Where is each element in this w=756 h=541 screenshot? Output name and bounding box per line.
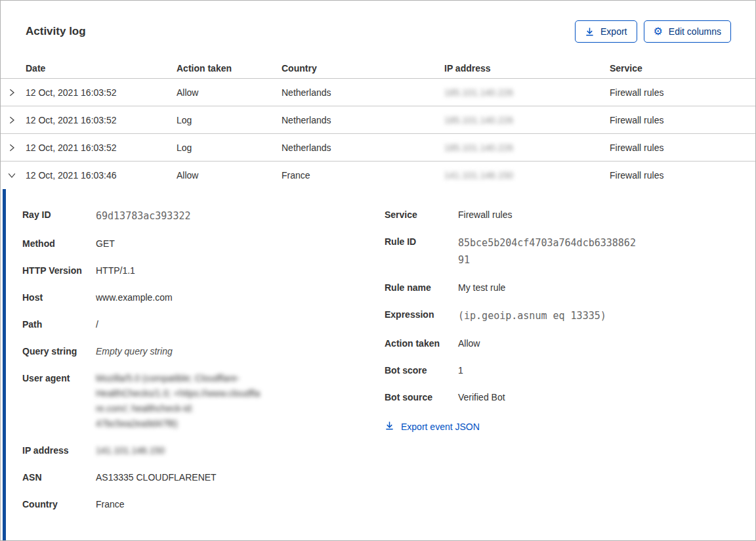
field-label: Rule ID xyxy=(385,234,458,269)
detail-field-asn: ASN AS13335 CLOUDFLARENET xyxy=(22,470,385,485)
column-header-country[interactable]: Country xyxy=(282,63,444,74)
detail-field-ray-id: Ray ID 69d13783ac393322 xyxy=(22,207,385,225)
cell-action-taken: Log xyxy=(177,115,282,125)
detail-field-expression: Expression (ip.geoip.asnum eq 13335) xyxy=(385,307,736,324)
detail-field-action-taken: Action taken Allow xyxy=(385,336,736,351)
chevron-right-icon[interactable] xyxy=(1,88,26,97)
column-header-service[interactable]: Service xyxy=(610,63,755,74)
cell-action-taken: Allow xyxy=(177,170,282,181)
field-value: AS13335 CLOUDFLARENET xyxy=(96,470,217,485)
table-header-row: Date Action taken Country IP address Ser… xyxy=(1,58,755,79)
download-icon xyxy=(385,421,394,433)
export-button-label: Export xyxy=(600,26,627,37)
field-value-redacted: 141.101.146.150 xyxy=(96,443,165,458)
cell-country: Netherlands xyxy=(282,115,444,125)
field-value: France xyxy=(96,497,125,512)
field-label: IP address xyxy=(22,443,96,458)
column-header-action-taken[interactable]: Action taken xyxy=(177,63,282,74)
detail-field-query-string: Query string Empty query string xyxy=(22,344,385,359)
user-agent-line: re.com/; healthcheck-id: xyxy=(96,401,260,416)
field-value: My test rule xyxy=(458,280,505,295)
table-row[interactable]: 12 Oct, 2021 16:03:52 Log Netherlands 18… xyxy=(1,106,755,134)
cell-ip-address-redacted: 141.101.146.150 xyxy=(444,170,610,181)
field-label: Rule name xyxy=(385,280,458,295)
chevron-right-icon[interactable] xyxy=(1,143,26,152)
field-value: / xyxy=(96,317,98,332)
field-value: HTTP/1.1 xyxy=(96,263,135,278)
edit-columns-button[interactable]: ⚙ Edit columns xyxy=(644,20,732,43)
detail-field-user-agent: User agent Mozilla/5.0 (compatible; Clou… xyxy=(22,371,385,431)
edit-columns-button-label: Edit columns xyxy=(669,26,721,37)
field-value: Verified Bot xyxy=(458,390,505,405)
detail-right-column: Service Firewall rules Rule ID 85bce5b20… xyxy=(385,207,736,433)
field-label: HTTP Version xyxy=(22,263,96,278)
activity-log-panel: Activity log Export ⚙ Edit columns Date … xyxy=(0,0,756,541)
field-label: Host xyxy=(22,290,96,305)
cell-action-taken: Log xyxy=(177,142,282,153)
page-header: Activity log Export ⚙ Edit columns xyxy=(1,1,755,43)
export-button[interactable]: Export xyxy=(575,20,637,43)
detail-field-bot-score: Bot score 1 xyxy=(385,363,736,378)
cell-ip-address-redacted: 185.101.140.226 xyxy=(444,142,610,153)
event-detail-panel: Ray ID 69d13783ac393322 Method GET HTTP … xyxy=(1,189,755,540)
field-value: Allow xyxy=(458,336,480,351)
column-header-date[interactable]: Date xyxy=(26,63,177,74)
download-icon xyxy=(585,27,595,37)
field-value: www.example.com xyxy=(96,290,173,305)
cell-country: Netherlands xyxy=(282,87,444,98)
cell-ip-address-redacted: 185.101.140.226 xyxy=(444,115,610,125)
gear-icon: ⚙ xyxy=(654,26,663,37)
user-agent-line: 47bc5ea2ea9d47f8) xyxy=(96,416,260,431)
cell-country: France xyxy=(282,170,444,181)
page-title: Activity log xyxy=(26,25,86,38)
cell-service: Firewall rules xyxy=(610,87,755,98)
detail-field-rule-name: Rule name My test rule xyxy=(385,280,736,295)
field-value: GET xyxy=(96,236,115,251)
table-row-expanded[interactable]: 12 Oct, 2021 16:03:46 Allow France 141.1… xyxy=(1,162,755,189)
cell-ip-address-redacted: 185.101.140.226 xyxy=(444,87,610,98)
field-value: 85bce5b204cf4703a764dcb633886291 xyxy=(458,234,638,269)
table-row[interactable]: 12 Oct, 2021 16:03:52 Allow Netherlands … xyxy=(1,79,755,106)
cell-date: 12 Oct, 2021 16:03:52 xyxy=(26,87,177,98)
detail-field-service: Service Firewall rules xyxy=(385,207,736,223)
table-row[interactable]: 12 Oct, 2021 16:03:52 Log Netherlands 18… xyxy=(1,134,755,162)
cell-service: Firewall rules xyxy=(610,142,755,153)
field-label: Expression xyxy=(385,307,458,324)
detail-field-rule-id: Rule ID 85bce5b204cf4703a764dcb633886291 xyxy=(385,234,736,269)
field-label: Bot score xyxy=(385,363,458,378)
cell-date: 12 Oct, 2021 16:03:52 xyxy=(26,115,177,125)
field-label: User agent xyxy=(22,371,96,431)
detail-left-column: Ray ID 69d13783ac393322 Method GET HTTP … xyxy=(22,207,385,524)
field-label: Country xyxy=(22,497,96,512)
detail-field-country: Country France xyxy=(22,497,385,512)
cell-date: 12 Oct, 2021 16:03:46 xyxy=(26,170,177,181)
cell-service: Firewall rules xyxy=(610,115,755,125)
header-actions: Export ⚙ Edit columns xyxy=(575,20,731,43)
export-event-json-link[interactable]: Export event JSON xyxy=(385,421,480,433)
detail-field-path: Path / xyxy=(22,317,385,332)
cell-service: Firewall rules xyxy=(610,170,755,181)
detail-field-http-version: HTTP Version HTTP/1.1 xyxy=(22,263,385,278)
field-label: Path xyxy=(22,317,96,332)
detail-field-bot-source: Bot source Verified Bot xyxy=(385,390,736,405)
user-agent-line: HealthChecks/1.0; +https://www.cloudfla xyxy=(96,386,260,401)
field-label: Service xyxy=(385,207,458,223)
field-value: 1 xyxy=(458,363,463,378)
chevron-right-icon[interactable] xyxy=(1,116,26,125)
user-agent-line: Mozilla/5.0 (compatible; Cloudflare- xyxy=(96,371,260,386)
field-label: Method xyxy=(22,236,96,251)
cell-date: 12 Oct, 2021 16:03:52 xyxy=(26,142,177,153)
field-label: Ray ID xyxy=(22,207,96,225)
field-label: ASN xyxy=(22,470,96,485)
field-value: Empty query string xyxy=(96,344,173,359)
cell-country: Netherlands xyxy=(282,142,444,153)
cell-action-taken: Allow xyxy=(177,87,282,98)
detail-field-host: Host www.example.com xyxy=(22,290,385,305)
export-event-json-label: Export event JSON xyxy=(401,422,480,432)
field-label: Action taken xyxy=(385,336,458,351)
field-value: 69d13783ac393322 xyxy=(96,207,191,225)
column-header-ip-address[interactable]: IP address xyxy=(444,63,610,74)
chevron-down-icon[interactable] xyxy=(1,171,26,180)
field-value: (ip.geoip.asnum eq 13335) xyxy=(458,307,606,324)
field-value-redacted: Mozilla/5.0 (compatible; Cloudflare- Hea… xyxy=(96,371,260,431)
